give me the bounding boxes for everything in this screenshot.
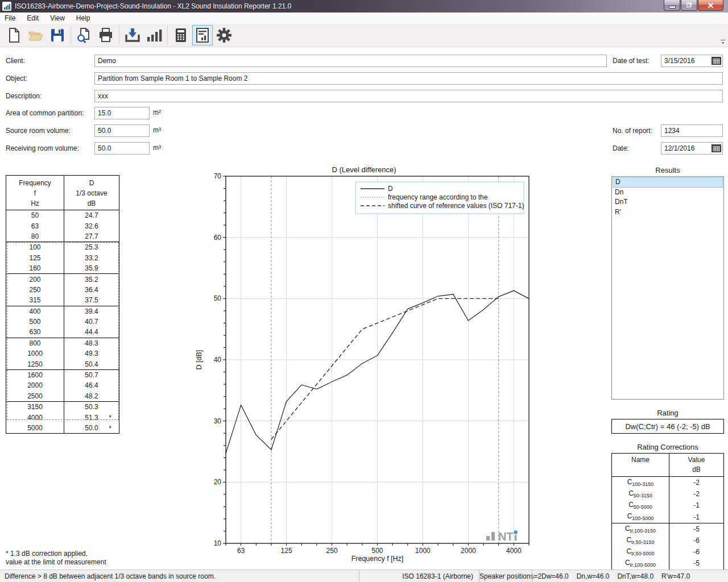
save-button[interactable] <box>47 25 68 45</box>
receiving-volume-unit: m³ <box>153 142 161 155</box>
minimize-button[interactable] <box>664 0 680 11</box>
import-button[interactable] <box>122 25 143 45</box>
result-item-r[interactable]: R' <box>613 207 723 218</box>
svg-text:63: 63 <box>237 547 245 555</box>
restore-button[interactable] <box>681 0 697 11</box>
source-volume-unit: m³ <box>153 124 161 137</box>
close-icon <box>708 2 714 9</box>
svg-text:D [dB]: D [dB] <box>195 350 203 370</box>
table-row: 31537.5 <box>6 295 119 306</box>
settings-button[interactable] <box>214 25 234 45</box>
correction-row: Ctr,100-3150-5 <box>612 523 724 535</box>
report-button[interactable] <box>192 25 213 45</box>
results-title: Results <box>611 166 724 174</box>
toolbar: ▾ <box>0 24 728 47</box>
object-label: Object: <box>6 72 27 85</box>
correction-row: Ctr,50-3150-6 <box>612 535 724 546</box>
svg-text:70: 70 <box>214 172 222 180</box>
status-message: Difference > 8 dB between adjacent 1/3 o… <box>0 572 359 580</box>
report-icon <box>194 27 211 44</box>
description-input[interactable]: xxx <box>94 90 723 102</box>
rating-value: Dw(C;Ctr) = 46 (-2; -5) dB <box>611 419 724 434</box>
status-rating-summary: Dw=46.0Dn,w=46.0DnT,w=48.0R'w=47.0 <box>532 572 728 580</box>
rating-corrections-table: Name ValuedB C100-3150-2C50-3150-2C50-50… <box>611 453 724 570</box>
svg-text:60: 60 <box>214 234 222 242</box>
frequency-table: FrequencyfHz D1/3 octavedB 5024.76332.68… <box>6 175 119 434</box>
area-input[interactable]: 15.0 <box>94 107 150 119</box>
level-difference-chart: 6312525050010002000400010203040506070D (… <box>188 165 535 569</box>
table-row: 315050.3 <box>6 402 119 413</box>
status-standard: ISO 16283-1 (Airborne) <box>359 572 479 580</box>
calendar-icon[interactable] <box>712 57 721 65</box>
new-document-button[interactable] <box>4 25 24 45</box>
report-date-input[interactable]: 12/1/2016 <box>661 142 723 155</box>
print-icon <box>97 27 114 44</box>
menu-help[interactable]: Help <box>71 13 96 24</box>
title-bar: ISO16283-Airborne-Demo-Project-Sound-Ins… <box>0 0 728 13</box>
settings-gear-icon <box>216 27 233 44</box>
correction-row: C100-5000-1 <box>612 512 724 523</box>
correction-row: C100-3150-2 <box>612 477 724 489</box>
calendar-icon[interactable] <box>712 144 721 152</box>
date-of-test-input[interactable]: 3/15/2016 <box>661 55 723 67</box>
receiving-volume-input[interactable]: 50.0 <box>94 142 150 155</box>
svg-text:Frequency f [Hz]: Frequency f [Hz] <box>351 555 404 563</box>
svg-text:shifted curve of reference val: shifted curve of reference values (ISO 7… <box>388 202 524 210</box>
svg-text:125: 125 <box>281 547 292 555</box>
date-of-test-label: Date of test: <box>613 55 650 67</box>
bar-chart-button[interactable] <box>144 25 164 45</box>
client-input[interactable]: Demo <box>94 55 607 67</box>
corr-name-header: Name <box>612 454 669 477</box>
report-no-label: No. of report: <box>613 124 652 137</box>
svg-text:10: 10 <box>214 539 222 547</box>
calculator-button[interactable] <box>171 25 191 45</box>
print-button[interactable] <box>96 25 116 45</box>
preview-button[interactable] <box>74 25 94 45</box>
correction-row: Ctr,50-5000-6 <box>612 546 724 558</box>
svg-text:40: 40 <box>214 356 222 364</box>
open-folder-icon <box>27 27 44 44</box>
svg-text:20: 20 <box>214 478 222 486</box>
table-row: 10025.3 <box>6 242 119 253</box>
result-item-d[interactable]: D <box>613 177 723 188</box>
results-listbox[interactable]: DDnDnTR' <box>611 176 724 400</box>
calculator-icon <box>172 27 189 44</box>
table-row: 160050.7 <box>6 369 119 380</box>
table-row: 400051.3* <box>6 412 119 422</box>
table-row: 200046.4 <box>6 380 119 390</box>
table-row: 125050.4 <box>6 359 119 369</box>
rating-title: Rating <box>611 409 724 417</box>
object-input[interactable]: Partition from Sample Room 1 to Sample R… <box>94 72 723 85</box>
source-volume-input[interactable]: 50.0 <box>94 124 150 137</box>
open-project-button[interactable] <box>26 25 46 45</box>
svg-text:250: 250 <box>326 547 338 555</box>
menu-file[interactable]: File <box>0 13 21 24</box>
table-row: 6332.6 <box>6 221 119 231</box>
report-no-input[interactable]: 1234 <box>661 124 723 137</box>
area-label: Area of common partition: <box>6 107 84 119</box>
svg-text:2000: 2000 <box>461 547 476 555</box>
correction-row: Ctr,100-5000-5 <box>612 558 724 569</box>
toolbar-separator <box>119 26 119 45</box>
report-date-label: Date: <box>613 142 629 155</box>
save-icon <box>49 27 66 44</box>
correction-row: C50-3150-2 <box>612 488 724 500</box>
freq-column-header: FrequencyfHz <box>6 176 64 210</box>
client-label: Client: <box>6 55 25 67</box>
svg-text:30: 30 <box>214 417 222 425</box>
svg-text:D (Level difference): D (Level difference) <box>332 165 396 174</box>
bar-chart-icon <box>146 27 163 44</box>
menu-edit[interactable]: Edit <box>21 13 44 24</box>
result-item-dn[interactable]: Dn <box>613 188 723 198</box>
close-button[interactable] <box>698 0 723 11</box>
svg-text:NT: NT <box>498 530 514 543</box>
table-row: 40039.4 <box>6 306 119 317</box>
toolbar-overflow-button[interactable]: ▾ <box>719 40 726 44</box>
toolbar-separator <box>167 26 168 45</box>
result-item-dnt[interactable]: DnT <box>613 197 723 207</box>
menu-view[interactable]: View <box>44 13 71 24</box>
menu-bar: File Edit View Help <box>0 13 728 24</box>
minimize-icon <box>669 6 676 9</box>
description-label: Description: <box>6 90 42 102</box>
toolbar-separator <box>71 26 71 45</box>
